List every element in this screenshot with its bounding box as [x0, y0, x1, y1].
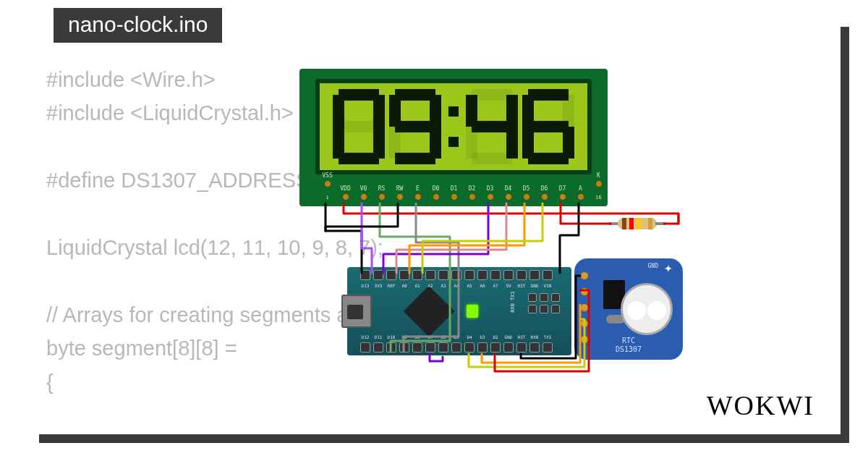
resistor-band — [648, 218, 652, 229]
nano-pin — [412, 270, 422, 280]
nano-pin — [503, 342, 514, 352]
nano-pin — [438, 342, 448, 352]
clock-colon — [446, 106, 461, 147]
nano-pin — [477, 270, 488, 280]
nano-pin — [516, 270, 527, 280]
nano-side-label: RX0 TX1 — [510, 291, 516, 313]
lcd-screen — [315, 79, 592, 174]
lcd-pin: D1 — [445, 185, 463, 202]
lcd-pin: D6 — [535, 185, 553, 202]
nano-pins-bottom — [360, 342, 553, 352]
nano-pin — [425, 270, 435, 280]
rtc-module[interactable]: GND ✦ RTCDS1307 — [574, 258, 683, 360]
nano-pin — [529, 342, 540, 352]
star-icon: ✦ — [664, 263, 673, 274]
clock-digit — [333, 89, 385, 164]
circuit-diagram[interactable]: VSS1VDDV0RSRWED0D1D2D3D4D5D6D7AK16 D133V… — [276, 69, 681, 373]
nano-pin — [490, 270, 501, 280]
nano-pin — [438, 270, 448, 280]
lcd-pin: VDD — [336, 185, 354, 202]
lcd-pin: D2 — [463, 185, 481, 202]
rtc-pin-column — [580, 271, 589, 344]
nano-labels-top: D133V3REFA0A1A2A3A4A5A6A75VRSTGNDVIN — [360, 283, 553, 288]
lcd-pin: D4 — [499, 185, 517, 202]
nano-pin — [542, 342, 553, 352]
clock-digit — [466, 89, 518, 164]
lcd-pin: D5 — [517, 185, 535, 202]
nano-pin — [464, 270, 475, 280]
rtc-pin — [580, 287, 589, 296]
lcd-pin: D7 — [553, 185, 571, 202]
nano-pin — [386, 270, 396, 280]
nano-pin — [412, 342, 422, 352]
nano-pin — [360, 342, 370, 352]
lcd-module[interactable]: VSS1VDDV0RSRWED0D1D2D3D4D5D6D7AK16 — [299, 69, 608, 206]
nano-pin — [529, 270, 540, 280]
lcd-pin: RS — [373, 185, 391, 202]
resistor-band — [622, 218, 626, 229]
nano-pin — [464, 342, 475, 352]
arduino-nano[interactable]: D133V3REFA0A1A2A3A4A5A6A75VRSTGNDVIN D12… — [347, 267, 571, 355]
coin-battery-icon — [621, 283, 673, 335]
nano-pin — [373, 342, 383, 352]
rtc-pin — [580, 303, 589, 312]
nano-pin — [542, 270, 553, 280]
lcd-pin: A — [571, 185, 590, 202]
lcd-pin: VSS1 — [318, 172, 336, 202]
rtc-gnd-label: GND — [648, 263, 658, 269]
preview-card: #include <Wire.h> #include <LiquidCrysta… — [30, 18, 841, 434]
lcd-pin: RW — [391, 185, 409, 202]
rtc-pin — [580, 271, 589, 280]
nano-pin — [425, 342, 435, 352]
icsp-header — [528, 293, 564, 313]
nano-pin — [386, 342, 396, 352]
usb-port-icon — [341, 295, 372, 328]
resistor-band — [629, 218, 634, 229]
mcu-chip-icon — [404, 286, 455, 337]
nano-pins-top — [360, 270, 553, 280]
nano-pin — [373, 270, 383, 280]
nano-pin — [490, 342, 501, 352]
resistor-band — [637, 218, 641, 229]
nano-pin — [451, 270, 461, 280]
nano-pin — [399, 342, 409, 352]
rtc-label: RTCDS1307 — [574, 337, 683, 354]
lcd-pin: K16 — [590, 172, 608, 202]
filename-tab[interactable]: nano-clock.ino — [54, 8, 222, 43]
resistor-lead — [655, 222, 665, 225]
lcd-pin-row: VSS1VDDV0RSRWED0D1D2D3D4D5D6D7AK16 — [318, 172, 608, 202]
clock-digit — [389, 89, 441, 164]
power-led-icon — [467, 305, 478, 318]
wokwi-logo[interactable]: WOKWI — [707, 389, 814, 421]
lcd-pin: D0 — [427, 185, 445, 202]
clock-digit — [522, 89, 574, 164]
nano-pin — [360, 270, 370, 280]
rtc-pin — [580, 319, 589, 328]
nano-labels-bottom: D12D11D10D9D8D7D6D5D4D3D2GNDRSTRX0TX1 — [360, 334, 553, 339]
nano-pin — [451, 342, 461, 352]
nano-pin — [399, 270, 409, 280]
nano-pin — [477, 342, 488, 352]
resistor[interactable] — [609, 216, 665, 231]
nano-pin — [503, 270, 514, 280]
lcd-pin: V0 — [354, 185, 373, 202]
lcd-pin: E — [409, 185, 427, 202]
lcd-pin: D3 — [481, 185, 499, 202]
resistor-body — [618, 218, 657, 229]
nano-pin — [516, 342, 527, 352]
